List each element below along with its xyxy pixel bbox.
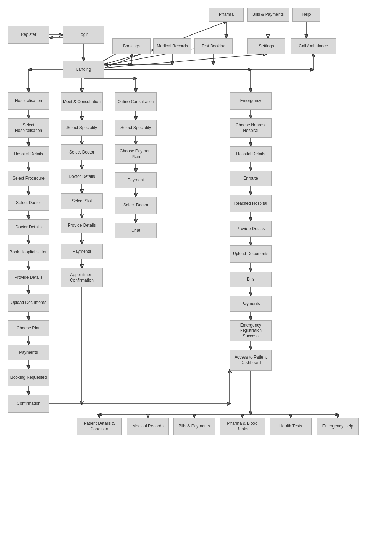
node-enroute: Enroute (230, 171, 272, 186)
node-online_consult: Online Consultation (115, 92, 157, 111)
node-bookings: Bookings (112, 38, 151, 54)
node-emergency_help: Emergency Help (317, 418, 359, 435)
node-confirmation: Confirmation (8, 395, 49, 413)
arrows-svg (0, 0, 392, 542)
node-provide_details_right: Provide Details (230, 221, 272, 237)
node-settings: Settings (247, 38, 285, 54)
node-select_spec_meet: Select Speciality (61, 120, 103, 136)
node-payments_right: Payments (230, 296, 272, 312)
svg-line-15 (104, 54, 266, 68)
node-pharma: Pharma (209, 8, 244, 22)
node-provide_details_left: Provide Details (8, 270, 49, 285)
node-select_procedure: Select Procedure (8, 171, 49, 186)
node-bills_payments_bottom: Bills & Payments (173, 418, 215, 435)
node-provide_details_meet: Provide Details (61, 218, 103, 233)
node-doctor_details_left: Doctor Details (8, 219, 49, 235)
node-select_doctor_left: Select Doctor (8, 195, 49, 211)
node-emergency_reg_success: Emergency Registration Success (230, 320, 272, 341)
node-choose_plan: Choose Plan (8, 320, 49, 336)
node-pharma_blood: Pharma & Blood Banks (220, 418, 265, 435)
node-medical_records_bottom: Medical Records (127, 418, 169, 435)
node-patient_details: Patient Details & Condition (77, 418, 122, 435)
node-access_patient_dashboard: Access to Patient Dashboard (230, 350, 272, 371)
node-medical_records: Medical Records (153, 38, 191, 54)
node-hospital_details_right: Hospital Details (230, 146, 272, 162)
node-select_hosp: Select Hospitalisation (8, 118, 49, 138)
node-hospital_details_left: Hospital Details (8, 146, 49, 162)
node-bills_payments_top: Bills & Payments (247, 8, 289, 22)
node-meet_consult: Meet & Consultation (61, 92, 103, 111)
node-login: Login (63, 26, 104, 44)
node-booking_requested: Booking Requested (8, 369, 49, 386)
node-help: Help (292, 8, 320, 22)
node-payments_left: Payments (8, 345, 49, 360)
node-payment_online: Payment (115, 172, 157, 188)
node-hospitalisation: Hospitalisation (8, 92, 49, 110)
node-upload_docs_right: Upload Documents (230, 245, 272, 263)
node-book_hosp: Book Hospitalisation (8, 244, 49, 261)
node-payments_meet: Payments (61, 244, 103, 259)
node-test_booking: Test Booking (194, 38, 233, 54)
node-landing: Landing (63, 61, 104, 78)
flowchart-diagram: RegisterLoginLandingBookingsMedical Reco… (0, 0, 392, 542)
node-bills_right: Bills (230, 272, 272, 287)
node-emergency: Emergency (230, 92, 272, 110)
node-register: Register (8, 26, 49, 44)
node-select_doctor_meet: Select Doctor (61, 144, 103, 160)
node-health_tests: Health Tests (270, 418, 312, 435)
node-chat: Chat (115, 223, 157, 238)
node-select_spec_online: Select Speciality (115, 120, 157, 136)
node-call_ambulance: Call Ambulance (291, 38, 336, 54)
node-upload_docs_left: Upload Documents (8, 294, 49, 312)
node-doctor_details_meet: Doctor Details (61, 169, 103, 184)
node-select_slot: Select Slot (61, 193, 103, 209)
node-choose_payment_plan: Choose Payment Plan (115, 144, 157, 164)
node-appt_confirm: Appointment Confirmation (61, 268, 103, 287)
node-reached_hospital: Reached Hospital (230, 195, 272, 212)
node-select_doctor_online: Select Doctor (115, 197, 157, 214)
node-choose_nearest_hosp: Choose Nearest Hospital (230, 118, 272, 138)
